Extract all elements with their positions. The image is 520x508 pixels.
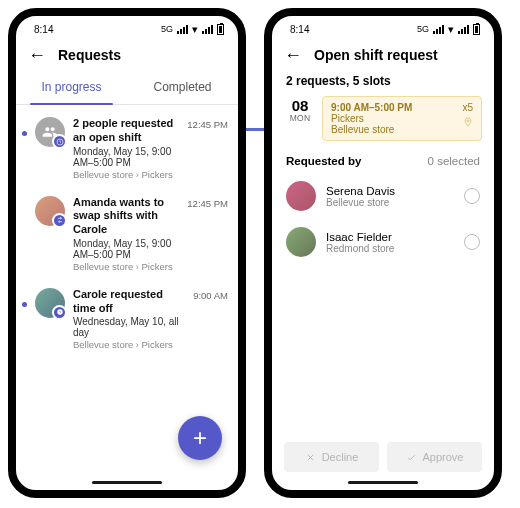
request-breadcrumb: Bellevue store › Pickers [73,339,185,350]
signal-icon [177,25,188,34]
unread-dot [22,131,27,136]
tab-in-progress[interactable]: In progress [16,72,127,104]
battery-icon [217,24,224,35]
status-bar: 8:14 5G ▾ [16,16,238,38]
unread-dot [22,302,27,307]
request-list: 2 people requested an open shift Monday,… [16,105,238,366]
app-bar: ← Open shift request [272,38,494,72]
shift-group: Pickers [331,113,473,124]
request-time: 9:00 AM [193,290,228,301]
wifi-icon: ▾ [192,23,198,36]
open-shift-badge-icon [52,134,67,149]
person-avatar [286,181,316,211]
requested-by-label: Requested by [286,155,361,167]
svg-point-2 [467,120,469,122]
requester-row[interactable]: Isaac Fielder Redmond store [272,219,494,265]
approve-button[interactable]: Approve [387,442,482,472]
request-time: 12:45 PM [187,119,228,130]
person-name: Serena Davis [326,185,454,197]
home-indicator [348,481,418,484]
back-icon[interactable]: ← [28,46,46,64]
person-name: Isaac Fielder [326,231,454,243]
status-bar: 8:14 5G ▾ [272,16,494,38]
shift-store: Bellevue store [331,124,473,135]
shift-row: 08 MON 9:00 AM–5:00 PM Pickers Bellevue … [272,96,494,141]
battery-icon [473,24,480,35]
request-time: 12:45 PM [187,198,228,209]
person-store: Bellevue store [326,197,454,208]
location-pin-icon [463,117,473,127]
date-column: 08 MON [286,96,314,141]
request-subtitle: Monday, May 15, 9:00 AM–5:00 PM [73,146,179,168]
select-radio[interactable] [464,188,480,204]
fab-add-button[interactable]: + [178,416,222,460]
decline-button[interactable]: Decline [284,442,379,472]
signal-icon-2 [458,25,469,34]
person-store: Redmond store [326,243,454,254]
wifi-icon: ▾ [448,23,454,36]
check-icon [406,452,417,463]
request-breadcrumb: Bellevue store › Pickers [73,169,179,180]
footer-buttons: Decline Approve [272,442,494,472]
request-item-timeoff[interactable]: Carole requested time off Wednesday, May… [16,282,238,361]
signal-icon [433,25,444,34]
phone-open-shift-detail: 8:14 5G ▾ ← Open shift request 2 request… [264,8,502,498]
request-item-swap[interactable]: Amanda wants to swap shifts with Carole … [16,190,238,282]
request-subtitle: Wednesday, May 10, all day [73,316,185,338]
phone-requests-list: 8:14 5G ▾ ← Requests In progress Complet… [8,8,246,498]
app-bar: ← Requests [16,38,238,72]
select-radio[interactable] [464,234,480,250]
shift-slot-count: x5 [462,102,473,113]
request-title: Carole requested time off [73,288,185,316]
requested-by-header: Requested by 0 selected [272,141,494,173]
person-avatar [286,227,316,257]
selected-count: 0 selected [428,155,480,167]
back-icon[interactable]: ← [284,46,302,64]
x-icon [305,452,316,463]
page-title: Requests [58,47,121,63]
summary-text: 2 requests, 5 slots [272,72,494,96]
status-time: 8:14 [34,24,53,35]
date-number: 08 [286,98,314,113]
signal-icon-2 [202,25,213,34]
request-subtitle: Monday, May 15, 9:00 AM–5:00 PM [73,238,179,260]
page-title: Open shift request [314,47,438,63]
status-time: 8:14 [290,24,309,35]
status-network: 5G [161,24,173,34]
status-network: 5G [417,24,429,34]
tabs: In progress Completed [16,72,238,105]
shift-card[interactable]: 9:00 AM–5:00 PM Pickers Bellevue store x… [322,96,482,141]
request-title: Amanda wants to swap shifts with Carole [73,196,179,237]
request-item-open-shift[interactable]: 2 people requested an open shift Monday,… [16,111,238,190]
swap-badge-icon [52,213,67,228]
date-weekday: MON [286,113,314,123]
request-title: 2 people requested an open shift [73,117,179,145]
request-breadcrumb: Bellevue store › Pickers [73,261,179,272]
shift-time: 9:00 AM–5:00 PM [331,102,473,113]
home-indicator [92,481,162,484]
tab-completed[interactable]: Completed [127,72,238,104]
requester-row[interactable]: Serena Davis Bellevue store [272,173,494,219]
timeoff-badge-icon [52,305,67,320]
